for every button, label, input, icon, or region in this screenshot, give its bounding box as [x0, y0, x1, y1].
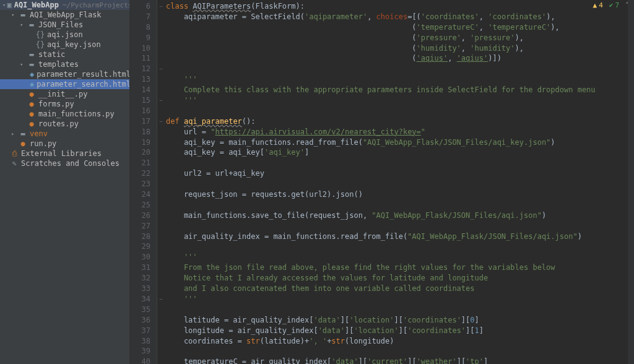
code-line[interactable]: aqi_key = main_functions.read_from_file(… [166, 137, 634, 148]
code-line[interactable]: ('pressure', 'pressure'), [166, 33, 634, 43]
line-number[interactable]: 35 [130, 305, 150, 315]
line-number[interactable]: 13 [130, 74, 150, 85]
line-number[interactable]: 33 [130, 284, 150, 294]
fold-marker[interactable]: − [157, 64, 165, 74]
code-line[interactable] [166, 221, 634, 232]
code-line[interactable]: From the json file read above, please fi… [166, 262, 634, 273]
tree-item[interactable]: ●run.py [0, 139, 129, 149]
line-number[interactable]: 10 [130, 43, 150, 54]
code-line[interactable]: ('aqius', 'aqius')]) [166, 53, 634, 64]
warning-badge[interactable]: ▲ 4 [593, 1, 603, 9]
line-number[interactable]: 28 [130, 232, 150, 242]
code-line[interactable]: class AQIParameters(FlaskForm): [166, 1, 634, 12]
line-number[interactable]: 11 [130, 53, 150, 64]
chevron-down-icon[interactable]: ▾ [20, 61, 26, 67]
line-number[interactable]: 6 [130, 1, 150, 12]
tree-item[interactable]: ●main_functions.py [0, 109, 129, 119]
line-number[interactable]: 22 [130, 168, 150, 179]
tree-item[interactable]: ▬static [0, 50, 129, 59]
ok-badge[interactable]: ✔ 7 [609, 1, 619, 9]
code-line[interactable]: and I also concatenated them into one va… [166, 284, 634, 294]
code-line[interactable]: longitude = air_quality_index['data']['l… [166, 326, 634, 336]
tree-item[interactable]: ▾▬JSON_Files [0, 20, 129, 30]
line-number[interactable]: 27 [130, 221, 150, 232]
tree-item[interactable]: ✎Scratches and Consoles [0, 158, 129, 168]
code-line[interactable]: Notice that I already accessed the value… [166, 273, 634, 284]
tree-item[interactable]: ⎙External Libraries [0, 149, 129, 158]
code-line[interactable]: ''' [166, 294, 634, 305]
line-number[interactable]: 36 [130, 315, 150, 326]
tree-item[interactable]: ●routes.py [0, 119, 129, 129]
code-line[interactable] [166, 200, 634, 210]
inspection-status[interactable]: ▲ 4 ✔ 7 ˄ [593, 1, 630, 9]
code-line[interactable]: url2 = url+aqi_key [166, 168, 634, 179]
code-line[interactable] [166, 64, 634, 74]
line-gutter[interactable]: 6789101112131415161718192021222324252627… [130, 0, 157, 364]
tree-item[interactable]: ◆parameter_search.html [0, 79, 129, 89]
fold-marker[interactable]: − [157, 116, 165, 127]
tree-item[interactable]: ●__init__.py [0, 89, 129, 99]
line-number[interactable]: 29 [130, 241, 150, 252]
line-number[interactable]: 32 [130, 273, 150, 284]
tree-item[interactable]: {}aqi.json [0, 30, 129, 40]
project-root[interactable]: ▾ ▣ AQI_WebApp ~/PycharmProjects/ [0, 0, 129, 10]
code-line[interactable]: main_functions.save_to_file(request_json… [166, 210, 634, 221]
line-number[interactable]: 38 [130, 336, 150, 347]
line-number[interactable]: 7 [130, 12, 150, 22]
code-line[interactable] [166, 305, 634, 315]
code-line[interactable]: Complete this class with the appropriate… [166, 85, 634, 95]
fold-marker[interactable]: − [157, 95, 165, 106]
code-line[interactable]: def aqi_parameter(): [166, 116, 634, 127]
code-line[interactable] [166, 106, 634, 116]
fold-column[interactable]: −−−−− [157, 0, 165, 364]
line-number[interactable]: 31 [130, 262, 150, 273]
line-number[interactable]: 9 [130, 33, 150, 43]
code-line[interactable]: air_quality_index = main_functions.read_… [166, 232, 634, 242]
code-line[interactable]: request_json = requests.get(url2).json() [166, 189, 634, 200]
line-number[interactable]: 12 [130, 64, 150, 74]
line-number[interactable]: 20 [130, 147, 150, 158]
line-number[interactable]: 19 [130, 137, 150, 148]
tree-item[interactable]: ▸▬venv [0, 129, 129, 139]
line-number[interactable]: 34 [130, 294, 150, 305]
line-number[interactable]: 16 [130, 106, 150, 116]
code-line[interactable]: coordinates = str(latitude)+', '+str(lon… [166, 336, 634, 347]
line-number[interactable]: 17 [130, 116, 150, 127]
code-line[interactable]: temperatureC = air_quality_index['data']… [166, 357, 634, 364]
code-line[interactable]: ''' [166, 252, 634, 262]
line-number[interactable]: 40 [130, 357, 150, 364]
code-content[interactable]: class AQIParameters(FlaskForm): aqiparam… [165, 0, 634, 364]
code-line[interactable]: ''' [166, 95, 634, 106]
project-tree[interactable]: ▾ ▣ AQI_WebApp ~/PycharmProjects/ ▾▬AQI_… [0, 0, 130, 364]
line-number[interactable]: 21 [130, 158, 150, 168]
code-line[interactable]: aqi_key = aqi_key['aqi_key'] [166, 147, 634, 158]
code-line[interactable] [166, 158, 634, 168]
line-number[interactable]: 15 [130, 95, 150, 106]
code-line[interactable]: ('humidity', 'humidity'), [166, 43, 634, 54]
editor-area[interactable]: 6789101112131415161718192021222324252627… [130, 0, 634, 364]
code-line[interactable]: ''' [166, 74, 634, 85]
line-number[interactable]: 24 [130, 189, 150, 200]
line-number[interactable]: 14 [130, 85, 150, 95]
code-line[interactable] [166, 346, 634, 357]
chevron-right-icon[interactable]: ▸ [11, 131, 17, 137]
line-number[interactable]: 37 [130, 326, 150, 336]
chevron-down-icon[interactable]: ▾ [11, 12, 17, 18]
chevron-up-icon[interactable]: ˄ [625, 1, 629, 9]
code-line[interactable]: aqiparameter = SelectField('aqiparameter… [166, 12, 634, 22]
line-number[interactable]: 26 [130, 210, 150, 221]
tree-item[interactable]: ●forms.py [0, 99, 129, 109]
line-number[interactable]: 23 [130, 179, 150, 189]
line-number[interactable]: 30 [130, 252, 150, 262]
tree-item[interactable]: ▾▬templates [0, 59, 129, 69]
tree-item[interactable]: {}aqi_key.json [0, 40, 129, 50]
line-number[interactable]: 25 [130, 200, 150, 210]
line-number[interactable]: 39 [130, 346, 150, 357]
line-number[interactable]: 18 [130, 127, 150, 137]
fold-marker[interactable]: − [157, 294, 165, 305]
line-number[interactable]: 8 [130, 22, 150, 33]
tree-item[interactable]: ▾▬AQI_WebApp_Flask [0, 10, 129, 20]
code-line[interactable]: url = "https://api.airvisual.com/v2/near… [166, 127, 634, 137]
code-line[interactable]: latitude = air_quality_index['data']['lo… [166, 315, 634, 326]
fold-marker[interactable]: − [157, 1, 165, 12]
